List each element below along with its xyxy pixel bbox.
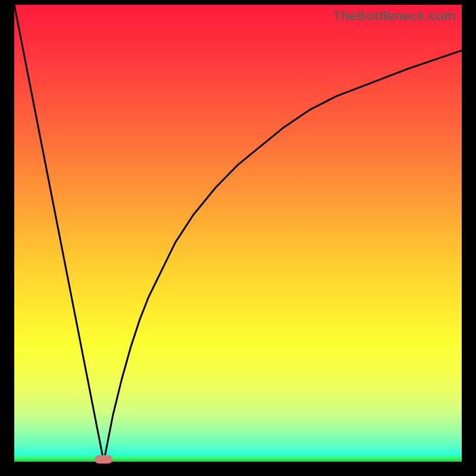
bottleneck-curve	[14, 5, 462, 462]
plot-area: TheBottleneck.com	[14, 5, 462, 462]
minimum-marker	[95, 455, 112, 464]
chart-frame: TheBottleneck.com	[0, 0, 476, 476]
curve-svg	[14, 5, 462, 462]
